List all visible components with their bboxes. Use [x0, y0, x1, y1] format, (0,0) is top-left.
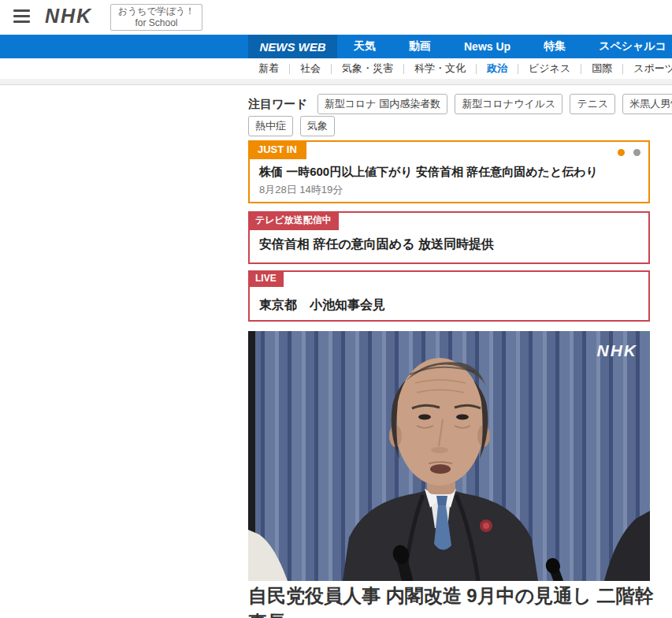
nav-item-weather[interactable]: 天気 — [337, 35, 392, 58]
carousel-dots — [618, 149, 640, 156]
carousel-dot-inactive[interactable] — [633, 149, 640, 156]
category-society[interactable]: 社会 — [290, 61, 331, 76]
featured-article-image[interactable]: NHK — [248, 331, 650, 581]
nhk-logo[interactable]: NHK — [45, 5, 92, 28]
primary-nav: NEWS WEB 天気 動画 News Up 特集 スペシャルコ — [0, 35, 672, 58]
tv-broadcast-label: テレビ放送配信中 — [248, 211, 339, 230]
live-headline[interactable]: 東京都 小池知事会見 — [259, 297, 385, 314]
article-headline[interactable]: 自民党役員人事 内閣改造 9月中の見通し 二階幹事長 — [248, 583, 655, 618]
header-divider — [0, 79, 672, 85]
live-box: LIVE 東京都 小池知事会見 — [248, 270, 650, 322]
carousel-dot-active[interactable] — [618, 149, 625, 156]
keyword-chip[interactable]: 新型コロナ 国内感染者数 — [317, 94, 448, 114]
tv-broadcast-box: テレビ放送配信中 安倍首相 辞任の意向固める 放送同時提供 — [248, 211, 650, 264]
category-weather-disaster[interactable]: 気象・災害 — [332, 61, 403, 76]
category-politics[interactable]: 政治 — [477, 61, 518, 76]
nav-item-special[interactable]: スペシャルコ — [582, 35, 672, 58]
category-science-culture[interactable]: 科学・文化 — [404, 61, 476, 76]
keyword-chip[interactable]: 気象 — [300, 116, 335, 136]
for-school-line1: おうちで学ぼう！ — [111, 6, 202, 17]
trending-keywords-label: 注目ワード — [248, 97, 308, 112]
trending-keywords-row2: 熱中症 気象 — [248, 116, 335, 136]
for-school-button[interactable]: おうちで学ぼう！ for School — [110, 4, 202, 31]
keyword-chip[interactable]: 新型コロナウイルス — [455, 94, 562, 114]
just-in-timestamp: 8月28日 14時19分 — [259, 183, 343, 197]
category-new[interactable]: 新着 — [248, 61, 289, 76]
hamburger-menu-icon[interactable] — [13, 9, 30, 23]
tv-broadcast-headline[interactable]: 安倍首相 辞任の意向固める 放送同時提供 — [259, 236, 494, 253]
newsweb-brand-tab[interactable]: NEWS WEB — [248, 35, 337, 58]
live-label: LIVE — [248, 270, 284, 287]
nav-item-feature[interactable]: 特集 — [527, 35, 582, 58]
just-in-box: JUST IN 株価 一時600円以上値下がり 安倍首相 辞任意向固めたと伝わり… — [248, 140, 650, 203]
keyword-chip[interactable]: 熱中症 — [248, 116, 293, 136]
trending-keywords-row1: 注目ワード 新型コロナ 国内感染者数 新型コロナウイルス テニス 米黒人男性死亡… — [248, 94, 672, 114]
just-in-headline[interactable]: 株価 一時600円以上値下がり 安倍首相 辞任意向固めたと伝わり — [259, 165, 598, 180]
category-international[interactable]: 国際 — [581, 61, 622, 76]
for-school-line2: for School — [111, 17, 202, 29]
nav-item-newsup[interactable]: News Up — [447, 35, 527, 58]
site-header: NHK おうちで学ぼう！ for School — [0, 0, 672, 35]
just-in-label: JUST IN — [248, 140, 306, 159]
category-nav: 新着 社会 気象・災害 科学・文化 政治 ビジネス 国際 スポーツ 暮らし 地 — [248, 58, 672, 79]
category-sports[interactable]: スポーツ — [623, 61, 672, 76]
category-business[interactable]: ビジネス — [518, 61, 581, 76]
nav-item-video[interactable]: 動画 — [392, 35, 447, 58]
nhk-watermark: NHK — [597, 341, 638, 359]
keyword-chip[interactable]: テニス — [570, 94, 615, 114]
keyword-chip[interactable]: 米黒人男性死亡 — [622, 94, 672, 114]
frame-edge — [248, 331, 255, 536]
